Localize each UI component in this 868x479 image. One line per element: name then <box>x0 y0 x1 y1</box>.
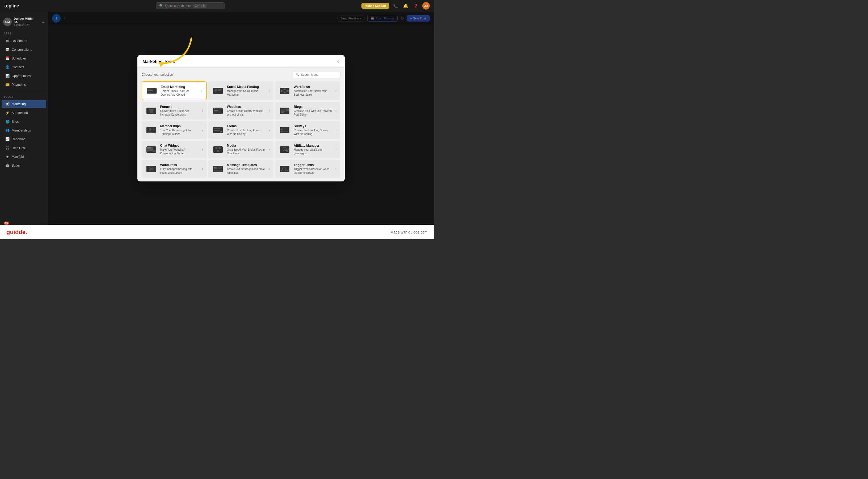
tool-card-blogs[interactable]: Blogs Create A Blog With Our Powerful Po… <box>275 102 340 120</box>
tools-grid: Email Marketing Deliver Emails That Get … <box>142 81 340 178</box>
modal-search-input[interactable] <box>301 73 338 76</box>
sidebar-item-contacts[interactable]: 👤 Contacts <box>2 63 46 71</box>
sidebar-item-marketing[interactable]: 📢 Marketing <box>2 100 46 108</box>
svg-point-42 <box>281 130 283 132</box>
tool-card-wordpress[interactable]: W WordPress Fully managed hosting with s… <box>142 160 207 178</box>
tool-card-websites[interactable]: Websites Create a High Quality Website W… <box>208 102 274 120</box>
sidebar-item-label: Manifold <box>12 155 24 159</box>
svg-rect-24 <box>214 110 218 111</box>
chevron-right-icon: › <box>269 167 270 171</box>
sidebar-item-payments[interactable]: 💳 Payments <box>2 81 46 89</box>
chevron-right-icon: › <box>335 89 337 93</box>
tool-card-surveys[interactable]: Surveys Create Great Looking Survey With… <box>275 121 340 139</box>
svg-rect-36 <box>214 128 220 129</box>
chevron-right-icon: › <box>335 167 337 171</box>
modal-close-button[interactable]: × <box>337 59 339 64</box>
tool-card-trigger-links[interactable]: Trigger Links Trigger events based on wh… <box>275 160 340 178</box>
tool-card-social-media[interactable]: Social Media Posting Manage your Social … <box>208 81 274 100</box>
sidebar-item-scheduler[interactable]: 📅 Scheduler <box>2 55 46 62</box>
svg-rect-30 <box>281 112 284 113</box>
tool-card-title: Chat Widget <box>160 144 199 148</box>
sidebar-item-opportunities[interactable]: 📊 Opportunities <box>2 72 46 80</box>
sidebar-item-memberships[interactable]: 👥 Memberships <box>2 126 46 134</box>
tool-card-chat-widget[interactable]: Chat Widget Make Your Website A Conversa… <box>142 140 207 158</box>
modal-search-box[interactable]: 🔍 <box>292 71 340 78</box>
trigger-links-icon <box>279 164 290 174</box>
chevron-down-icon[interactable]: ⌄ <box>41 20 45 24</box>
svg-rect-48 <box>148 149 150 149</box>
tool-card-text: Surveys Create Great Looking Survey With… <box>294 124 332 136</box>
sidebar-item-sites[interactable]: 🌐 Sites <box>2 118 46 125</box>
email-marketing-icon <box>146 86 158 96</box>
sidebar-item-helpdesk[interactable]: 🎧 Help Desk <box>2 144 46 152</box>
sidebar-item-conversations[interactable]: 💬 Conversations <box>2 46 46 54</box>
apps-section-label: Apps <box>0 30 48 36</box>
svg-rect-2 <box>148 90 153 91</box>
sidebar-item-reporting[interactable]: 📈 Reporting <box>2 135 46 143</box>
tool-card-funnels[interactable]: Funnels Convert More Traffic And Increas… <box>142 102 207 120</box>
tool-card-title: Blogs <box>294 105 332 109</box>
svg-rect-47 <box>148 148 151 148</box>
tool-card-affiliate-manager[interactable]: www Affiliate Manager Manage your all af… <box>275 140 340 158</box>
modal-body: Choose your selection 🔍 <box>137 67 345 182</box>
tool-card-media[interactable]: Media Organize All Your Digital Files In… <box>208 140 274 158</box>
user-avatar[interactable]: JD <box>422 2 430 9</box>
account-sub: Scranton, PA <box>14 23 39 26</box>
tool-card-desc: Organize All Your Digital Files In One P… <box>227 148 266 155</box>
svg-rect-28 <box>281 110 285 110</box>
content-area: f › Send Feedback 📅 Open Planner ⚙ + New… <box>48 12 434 225</box>
svg-point-33 <box>149 128 152 131</box>
topline-support-button[interactable]: topline Support <box>362 3 389 9</box>
tool-card-text: Chat Widget Make Your Website A Conversa… <box>160 144 199 155</box>
chevron-right-icon: › <box>269 148 270 152</box>
tool-card-desc: Create text messages and email templates <box>227 167 266 174</box>
tool-card-desc: Create a High Quality Website Without Li… <box>227 109 266 116</box>
wordpress-icon: W <box>145 164 157 174</box>
help-icon[interactable]: ❓ <box>412 2 420 9</box>
reporting-icon: 📈 <box>5 137 9 141</box>
sidebar-item-label: Sites <box>12 120 19 124</box>
tool-card-forms[interactable]: Forms Create Great Looking Forms With No… <box>208 121 274 139</box>
sidebar-item-automation[interactable]: ⚡ Automation <box>2 109 46 117</box>
modal-search-icon: 🔍 <box>296 73 300 76</box>
global-search-box[interactable]: 🔍 Quick search here Ctrl + K <box>156 2 225 9</box>
butler-icon: 🤖 <box>5 163 9 167</box>
main-layout: DM Dunder Mifflin (D... Scranton, PA ⌄ A… <box>0 12 434 225</box>
forms-icon <box>212 125 224 135</box>
tool-card-title: Affiliate Manager <box>294 144 332 148</box>
svg-point-12 <box>284 89 285 90</box>
tool-card-message-templates[interactable]: Message Templates Create text messages a… <box>208 160 274 178</box>
tool-card-text: Blogs Create A Blog With Our Powerful Po… <box>294 105 332 116</box>
account-avatar: DM <box>3 18 12 26</box>
svg-point-6 <box>215 89 217 92</box>
tool-card-title: Surveys <box>294 124 332 128</box>
sidebar-item-dashboard[interactable]: ⊞ Dashboard <box>2 37 46 44</box>
svg-rect-37 <box>214 130 220 131</box>
sidebar-item-butler[interactable]: 🤖 Butler <box>2 162 46 169</box>
svg-rect-41 <box>283 129 288 129</box>
tool-card-title: Memberships <box>160 124 199 128</box>
modal-overlay[interactable]: Marketing Tools × Choose your selection … <box>48 12 434 225</box>
sidebar-item-label: Memberships <box>12 129 31 132</box>
tool-card-workflows[interactable]: Workflows Automation That Helps Your Bus… <box>275 81 340 100</box>
tool-card-desc: Deliver Emails That Get Opened And Click… <box>161 89 198 96</box>
modal-toolbar: Choose your selection 🔍 <box>142 71 340 78</box>
media-icon <box>212 145 224 154</box>
tool-card-title: WordPress <box>160 163 199 167</box>
tool-card-title: Media <box>227 144 266 148</box>
sidebar-item-manifold[interactable]: ◈ Manifold <box>2 153 46 160</box>
tool-card-desc: Create A Blog With Our Powerful Post Edi… <box>294 109 332 116</box>
tool-card-desc: Trigger events based on when the link is… <box>294 167 332 174</box>
tool-card-email-marketing[interactable]: Email Marketing Deliver Emails That Get … <box>142 81 207 100</box>
chevron-right-icon: › <box>202 128 203 132</box>
svg-rect-4 <box>147 88 152 90</box>
blogs-icon <box>279 106 290 116</box>
scheduler-icon: 📅 <box>5 56 9 60</box>
tool-card-text: Forms Create Great Looking Forms With No… <box>227 124 266 136</box>
tool-card-desc: Automation That Helps Your Business Scal… <box>294 89 332 96</box>
svg-rect-29 <box>281 111 285 111</box>
phone-icon[interactable]: 📞 <box>392 2 399 9</box>
bell-icon[interactable]: 🔔 <box>402 2 409 9</box>
account-switcher[interactable]: DM Dunder Mifflin (D... Scranton, PA ⌄ <box>0 15 48 30</box>
tool-card-memberships[interactable]: Memberships Turn Your Knowledge Into Tra… <box>142 121 207 139</box>
